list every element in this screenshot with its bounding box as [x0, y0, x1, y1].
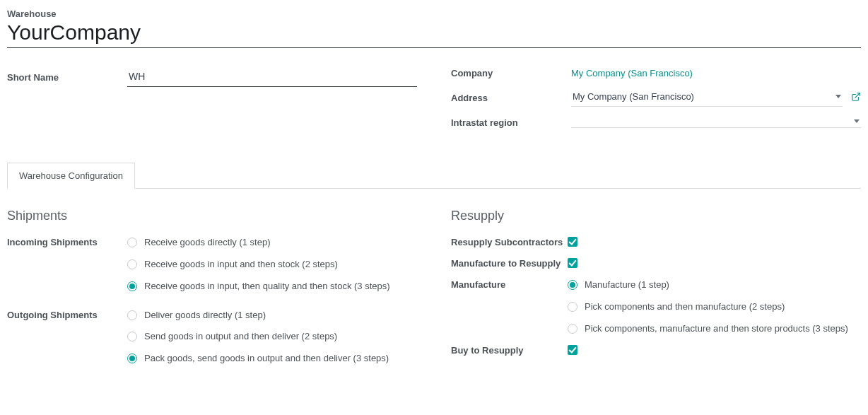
radio-icon	[127, 332, 137, 341]
radio-icon	[127, 238, 137, 247]
resupply-section: Resupply Resupply Subcontractors Manufac…	[451, 209, 861, 381]
svg-line-0	[855, 93, 860, 97]
radio-icon	[127, 259, 137, 269]
incoming-option-2-label: Receive goods in input and then stock (2…	[144, 258, 338, 271]
external-link-icon[interactable]	[851, 92, 861, 104]
resupply-title: Resupply	[451, 209, 861, 223]
radio-icon	[127, 353, 137, 363]
incoming-option-1[interactable]: Receive goods directly (1 step)	[127, 236, 417, 250]
address-select[interactable]: My Company (San Francisco)	[571, 88, 843, 107]
incoming-option-3-label: Receive goods in input, then quality and…	[144, 280, 390, 293]
incoming-shipments-label: Incoming Shipments	[7, 236, 127, 293]
buy-to-resupply-checkbox[interactable]	[568, 345, 577, 355]
resupply-subcontractors-checkbox[interactable]	[568, 237, 577, 247]
breadcrumb: Warehouse	[7, 8, 861, 19]
tab-warehouse-configuration[interactable]: Warehouse Configuration	[7, 163, 135, 189]
address-label: Address	[451, 93, 571, 103]
manufacture-option-3-label: Pick components, manufacture and then st…	[585, 322, 848, 336]
incoming-option-3[interactable]: Receive goods in input, then quality and…	[127, 280, 417, 293]
manufacture-to-resupply-label: Manufacture to Resupply	[451, 257, 568, 270]
short-name-label: Short Name	[7, 72, 127, 83]
short-name-input[interactable]	[127, 68, 417, 87]
manufacture-label: Manufacture	[451, 279, 568, 336]
radio-icon	[568, 324, 577, 334]
shipments-section: Shipments Incoming Shipments Receive goo…	[7, 209, 417, 381]
company-label: Company	[451, 68, 571, 78]
intrastat-label: Intrastat region	[451, 117, 571, 128]
manufacture-option-1[interactable]: Manufacture (1 step)	[568, 279, 861, 292]
manufacture-option-2[interactable]: Pick components and then manufacture (2 …	[568, 300, 861, 314]
outgoing-option-1[interactable]: Deliver goods directly (1 step)	[127, 309, 417, 322]
manufacture-option-1-label: Manufacture (1 step)	[585, 279, 669, 292]
manufacture-option-3[interactable]: Pick components, manufacture and then st…	[568, 322, 861, 336]
outgoing-option-2[interactable]: Send goods in output and then deliver (2…	[127, 330, 417, 344]
tabs: Warehouse Configuration	[7, 162, 861, 189]
company-link[interactable]: My Company (San Francisco)	[571, 68, 693, 78]
incoming-option-1-label: Receive goods directly (1 step)	[144, 236, 270, 250]
resupply-subcontractors-label: Resupply Subcontractors	[451, 236, 568, 249]
radio-icon	[568, 280, 577, 290]
buy-to-resupply-label: Buy to Resupply	[451, 344, 568, 357]
outgoing-shipments-label: Outgoing Shipments	[7, 309, 127, 366]
address-selected-value: My Company (San Francisco)	[573, 91, 831, 102]
radio-icon	[127, 310, 137, 320]
manufacture-option-2-label: Pick components and then manufacture (2 …	[585, 300, 785, 314]
outgoing-option-2-label: Send goods in output and then deliver (2…	[144, 330, 337, 344]
chevron-down-icon	[854, 119, 860, 123]
page-title: YourCompany	[7, 21, 861, 48]
chevron-down-icon	[835, 95, 841, 98]
shipments-title: Shipments	[7, 209, 417, 223]
manufacture-to-resupply-checkbox[interactable]	[568, 258, 577, 268]
outgoing-option-3[interactable]: Pack goods, send goods in output and the…	[127, 352, 417, 366]
outgoing-option-3-label: Pack goods, send goods in output and the…	[144, 352, 389, 366]
radio-icon	[568, 302, 577, 312]
outgoing-option-1-label: Deliver goods directly (1 step)	[144, 309, 266, 322]
intrastat-select[interactable]	[571, 117, 861, 128]
incoming-option-2[interactable]: Receive goods in input and then stock (2…	[127, 258, 417, 271]
radio-icon	[127, 281, 137, 291]
form-header: Short Name Company My Company (San Franc…	[7, 68, 861, 128]
